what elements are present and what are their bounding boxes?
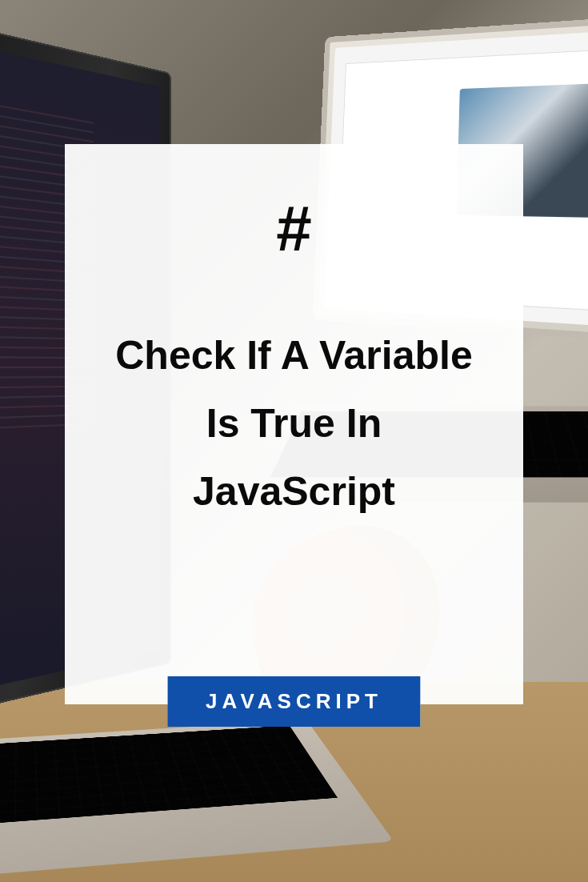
keyboard-keys-left bbox=[0, 725, 338, 825]
category-badge: JAVASCRIPT bbox=[167, 676, 421, 727]
content-card: # Check If A Variable Is True In JavaScr… bbox=[65, 144, 523, 704]
hash-icon: # bbox=[276, 192, 312, 266]
article-title: Check If A Variable Is True In JavaScrip… bbox=[105, 322, 483, 672]
